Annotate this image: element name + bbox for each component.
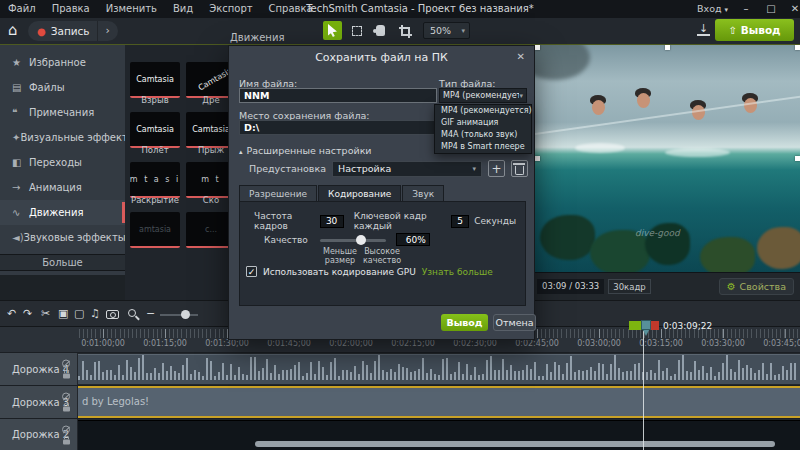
quality-slider[interactable] xyxy=(320,239,386,242)
sidebar-item-transitions[interactable]: ◧Переходы xyxy=(0,150,125,175)
advanced-settings-toggle[interactable]: ▴Расширенные настройки xyxy=(239,145,372,156)
hide-track-icon[interactable] xyxy=(62,360,70,368)
camera-icon[interactable] xyxy=(106,310,119,319)
gpu-checkbox[interactable]: ✓ xyxy=(246,266,257,277)
properties-button[interactable]: ⚙ Свойства xyxy=(719,278,794,295)
sidebar-item-media[interactable]: ▤Файлы xyxy=(0,75,125,100)
zoom-out-icon[interactable]: − xyxy=(146,307,155,320)
sidebar-item-motions[interactable]: ∿Движения xyxy=(0,200,125,225)
preset-select[interactable]: Настройка▾ xyxy=(332,161,482,177)
dialog-close-icon[interactable]: ✕ xyxy=(517,51,525,62)
location-input[interactable] xyxy=(239,120,437,135)
sidebar-list: ★Избранное▤Файлы❝Примечания✦Визуальные э… xyxy=(0,45,125,250)
signin-button[interactable]: Вход▾ xyxy=(697,0,728,19)
canvas-zoom-select[interactable]: 50%▾ xyxy=(423,22,470,39)
minimize-button[interactable]: – xyxy=(737,0,755,18)
thumbnail-text: m t xyxy=(201,175,220,184)
selection-out-marker[interactable] xyxy=(651,321,659,330)
download-icon[interactable]: ↓ xyxy=(697,23,710,36)
close-button[interactable]: ✕ xyxy=(786,0,800,18)
keyframe-input[interactable] xyxy=(451,215,469,228)
file-type-option[interactable]: MP4 в Smart плеере xyxy=(435,141,531,153)
main-toolbar: ⌂ ● Запись › 50%▾ ↓ ⇧ Вывод xyxy=(0,18,800,45)
paste-icon[interactable]: ▢ xyxy=(74,307,84,320)
selection-handle[interactable] xyxy=(795,156,800,161)
selected-video-clip[interactable]: d by Legolas! xyxy=(78,386,800,418)
dialog-export-button[interactable]: Вывод xyxy=(441,314,488,331)
learn-more-link[interactable]: Узнать больше xyxy=(422,267,493,277)
file-type-option[interactable]: MP4 (рекомендуется) xyxy=(435,105,531,117)
sidebar-item-visual-effects[interactable]: ✦Визуальные эффекты xyxy=(0,125,125,150)
thumbnail-text: c... xyxy=(205,225,217,234)
menu-modify[interactable]: Изменить xyxy=(98,0,165,18)
home-icon[interactable]: ⌂ xyxy=(8,21,18,39)
video-canvas[interactable]: dive-good xyxy=(535,45,800,272)
sidebar-more-button[interactable]: Больше xyxy=(0,254,125,271)
ruler-label: 0:01:45;00 xyxy=(267,339,311,348)
cut-icon[interactable]: ✂ xyxy=(41,307,50,320)
lock-track-icon[interactable] xyxy=(63,439,70,444)
audio-effects-icon: ◄) xyxy=(12,232,24,243)
crop-tool-button[interactable] xyxy=(395,21,414,40)
sidebar-item-label: Визуальные эффекты xyxy=(20,132,135,143)
favorites-icon: ★ xyxy=(12,57,29,68)
file-type-option[interactable]: GIF анимация xyxy=(435,117,531,129)
cursor-tool-button[interactable] xyxy=(323,21,342,40)
selection-in-marker[interactable] xyxy=(629,321,641,330)
hide-track-icon[interactable] xyxy=(62,425,70,433)
menu-export[interactable]: Экспорт xyxy=(201,0,260,18)
selection-handle[interactable] xyxy=(535,45,540,50)
add-preset-button[interactable]: + xyxy=(488,160,505,177)
audio-clip[interactable] xyxy=(78,354,800,384)
undo-icon[interactable]: ↶ xyxy=(7,307,16,320)
maximize-button[interactable]: □ xyxy=(762,0,780,18)
file-type-option[interactable]: M4A (только звук) xyxy=(435,129,531,141)
menu-file[interactable]: Файл xyxy=(0,0,44,18)
lock-track-icon[interactable] xyxy=(63,407,70,412)
visual-effects-icon: ✦ xyxy=(12,132,20,143)
horizontal-scrollbar[interactable] xyxy=(255,441,775,447)
delete-preset-button[interactable] xyxy=(511,160,528,177)
copy-icon[interactable]: ▣ xyxy=(58,307,68,320)
menu-edit[interactable]: Правка xyxy=(44,0,98,18)
motion-thumbnail[interactable]: amtasia xyxy=(130,212,180,257)
export-button[interactable]: ⇧ Вывод xyxy=(715,19,794,41)
animations-icon: → xyxy=(12,182,29,193)
redo-icon[interactable]: ↷ xyxy=(23,307,32,320)
pan-tool-button[interactable] xyxy=(371,21,390,40)
save-file-dialog: Сохранить файл на ПК ✕ Имя файла: Тип фа… xyxy=(228,45,535,340)
framerate-input[interactable] xyxy=(320,215,344,228)
transform-tool-button[interactable] xyxy=(347,21,366,40)
quality-slider-handle[interactable] xyxy=(356,235,366,245)
timeline-zoom-handle[interactable] xyxy=(181,310,190,319)
sidebar-item-audio-effects[interactable]: ◄)Звуковые эффекты xyxy=(0,225,125,250)
record-button[interactable]: ● Запись › xyxy=(28,21,118,41)
ruler-label: 0:01:15;00 xyxy=(143,339,187,348)
track-header: Дорожка 3 xyxy=(0,386,78,418)
dialog-cancel-button[interactable]: Отмена xyxy=(493,314,536,331)
ruler-label: 0:03:45;00 xyxy=(763,339,800,348)
playhead-handle[interactable] xyxy=(641,320,651,330)
timeline-zoom-icon[interactable] xyxy=(128,309,136,317)
selection-handle[interactable] xyxy=(665,45,670,50)
sidebar-item-annotations[interactable]: ❝Примечания xyxy=(0,100,125,125)
file-name-input[interactable] xyxy=(239,88,437,103)
timeline-zoom-slider[interactable] xyxy=(160,314,198,316)
playhead-line[interactable] xyxy=(643,331,644,450)
record-chevron-icon[interactable]: › xyxy=(97,21,118,41)
motion-thumbnail[interactable]: a m t a s i aРаскрытие xyxy=(130,162,180,207)
hide-track-icon[interactable] xyxy=(62,393,70,401)
sidebar-item-animations[interactable]: →Анимация xyxy=(0,175,125,200)
lock-track-icon[interactable] xyxy=(63,374,70,379)
menu-view[interactable]: Вид xyxy=(165,0,201,18)
playhead-triangle xyxy=(643,330,649,336)
selection-handle[interactable] xyxy=(535,156,540,161)
thumbnail-label: Раскрытие xyxy=(130,195,180,207)
selection-handle[interactable] xyxy=(795,45,800,50)
motion-thumbnail[interactable]: CamtasiaПолёт xyxy=(130,112,180,157)
sidebar-item-favorites[interactable]: ★Избранное xyxy=(0,50,125,75)
file-type-select[interactable]: MP4 (рекомендуется)▾ xyxy=(439,88,527,103)
motion-thumbnail[interactable]: CamtasiaВзрыв xyxy=(130,62,180,107)
record-dot-icon: ● xyxy=(37,26,46,37)
audio-icon[interactable]: ♫ xyxy=(90,307,100,320)
